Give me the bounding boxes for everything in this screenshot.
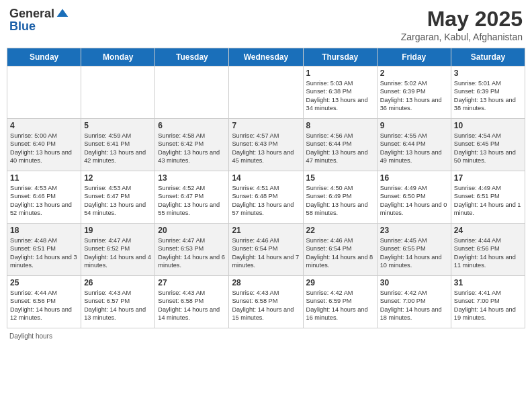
calendar-cell: 2 Sunrise: 5:02 AMSunset: 6:39 PMDayligh… [377, 66, 451, 119]
date-number: 25 [10, 278, 78, 287]
date-number: 13 [158, 173, 226, 183]
calendar-cell: 27 Sunrise: 4:43 AMSunset: 6:58 PMDaylig… [155, 276, 229, 328]
cell-info: Sunrise: 4:41 AMSunset: 7:00 PMDaylight:… [454, 289, 522, 322]
calendar-cell: 16 Sunrise: 4:49 AMSunset: 6:50 PMDaylig… [377, 171, 451, 224]
day-header-tuesday: Tuesday [155, 48, 229, 66]
cell-info: Sunrise: 4:42 AMSunset: 7:00 PMDaylight:… [380, 289, 448, 322]
calendar-cell: 15 Sunrise: 4:50 AMSunset: 6:49 PMDaylig… [303, 171, 377, 224]
cell-info: Sunrise: 4:58 AMSunset: 6:42 PMDaylight:… [158, 132, 226, 165]
cell-info: Sunrise: 4:49 AMSunset: 6:50 PMDaylight:… [380, 184, 448, 218]
calendar-cell: 28 Sunrise: 4:43 AMSunset: 6:58 PMDaylig… [229, 276, 303, 328]
calendar-cell: 24 Sunrise: 4:44 AMSunset: 6:56 PMDaylig… [451, 224, 525, 276]
cell-info: Sunrise: 4:47 AMSunset: 6:52 PMDaylight:… [84, 236, 152, 270]
date-number: 26 [84, 278, 152, 287]
date-number: 31 [454, 278, 522, 287]
date-number: 2 [380, 68, 448, 78]
day-header-monday: Monday [81, 48, 155, 66]
calendar-cell: 12 Sunrise: 4:53 AMSunset: 6:47 PMDaylig… [81, 171, 155, 224]
calendar-cell: 23 Sunrise: 4:45 AMSunset: 6:55 PMDaylig… [377, 224, 451, 276]
cell-info: Sunrise: 4:45 AMSunset: 6:55 PMDaylight:… [380, 236, 448, 270]
calendar-cell: 8 Sunrise: 4:56 AMSunset: 6:44 PMDayligh… [303, 119, 377, 171]
date-number: 21 [232, 226, 300, 235]
week-row-1: 1 Sunrise: 5:03 AMSunset: 6:38 PMDayligh… [7, 66, 525, 119]
cell-info: Sunrise: 5:01 AMSunset: 6:39 PMDaylight:… [454, 79, 522, 113]
page-header: General Blue May 2025 Zargaran, Kabul, A… [7, 7, 525, 42]
calendar-cell: 10 Sunrise: 4:54 AMSunset: 6:45 PMDaylig… [451, 119, 525, 171]
cell-info: Sunrise: 4:59 AMSunset: 6:41 PMDaylight:… [84, 132, 152, 165]
cell-info: Sunrise: 4:52 AMSunset: 6:47 PMDaylight:… [158, 184, 226, 218]
cell-info: Sunrise: 4:54 AMSunset: 6:45 PMDaylight:… [454, 132, 522, 165]
calendar-location: Zargaran, Kabul, Afghanistan [401, 32, 523, 42]
date-number: 30 [380, 278, 448, 287]
cell-info: Sunrise: 4:43 AMSunset: 6:57 PMDaylight:… [84, 289, 152, 322]
calendar-cell: 7 Sunrise: 4:57 AMSunset: 6:43 PMDayligh… [229, 119, 303, 171]
calendar-cell: 30 Sunrise: 4:42 AMSunset: 7:00 PMDaylig… [377, 276, 451, 328]
cell-info: Sunrise: 4:49 AMSunset: 6:51 PMDaylight:… [454, 184, 522, 218]
date-number: 27 [158, 278, 226, 287]
date-number: 4 [10, 121, 78, 130]
calendar-cell [155, 66, 229, 119]
date-number: 9 [380, 121, 448, 130]
day-header-row: SundayMondayTuesdayWednesdayThursdayFrid… [7, 48, 525, 66]
calendar-table: SundayMondayTuesdayWednesdayThursdayFrid… [7, 48, 525, 328]
date-number: 14 [232, 173, 300, 183]
calendar-cell: 25 Sunrise: 4:44 AMSunset: 6:56 PMDaylig… [7, 276, 81, 328]
date-number: 1 [306, 68, 374, 78]
week-row-4: 18 Sunrise: 4:48 AMSunset: 6:51 PMDaylig… [7, 224, 525, 276]
cell-info: Sunrise: 4:51 AMSunset: 6:48 PMDaylight:… [232, 184, 300, 218]
cell-info: Sunrise: 4:56 AMSunset: 6:44 PMDaylight:… [306, 132, 374, 165]
day-header-saturday: Saturday [451, 48, 525, 66]
svg-marker-0 [57, 9, 69, 17]
calendar-cell: 26 Sunrise: 4:43 AMSunset: 6:57 PMDaylig… [81, 276, 155, 328]
date-number: 23 [380, 226, 448, 235]
cell-info: Sunrise: 4:46 AMSunset: 6:54 PMDaylight:… [306, 236, 374, 270]
calendar-cell: 20 Sunrise: 4:47 AMSunset: 6:53 PMDaylig… [155, 224, 229, 276]
calendar-cell: 21 Sunrise: 4:46 AMSunset: 6:54 PMDaylig… [229, 224, 303, 276]
cell-info: Sunrise: 4:50 AMSunset: 6:49 PMDaylight:… [306, 184, 374, 218]
date-number: 24 [454, 226, 522, 235]
logo: General Blue [9, 7, 69, 33]
date-number: 12 [84, 173, 152, 183]
calendar-title: May 2025 [401, 7, 523, 32]
logo-icon [56, 7, 69, 20]
date-number: 20 [158, 226, 226, 235]
date-number: 19 [84, 226, 152, 235]
cell-info: Sunrise: 4:42 AMSunset: 6:59 PMDaylight:… [306, 289, 374, 322]
calendar-cell: 31 Sunrise: 4:41 AMSunset: 7:00 PMDaylig… [451, 276, 525, 328]
cell-info: Sunrise: 4:44 AMSunset: 6:56 PMDaylight:… [10, 289, 78, 322]
date-number: 18 [10, 226, 78, 235]
calendar-cell [7, 66, 81, 119]
cell-info: Sunrise: 4:53 AMSunset: 6:47 PMDaylight:… [84, 184, 152, 218]
cell-info: Sunrise: 4:53 AMSunset: 6:46 PMDaylight:… [10, 184, 78, 218]
date-number: 3 [454, 68, 522, 78]
cell-info: Sunrise: 4:48 AMSunset: 6:51 PMDaylight:… [10, 236, 78, 270]
date-number: 11 [10, 173, 78, 183]
week-row-5: 25 Sunrise: 4:44 AMSunset: 6:56 PMDaylig… [7, 276, 525, 328]
calendar-cell: 6 Sunrise: 4:58 AMSunset: 6:42 PMDayligh… [155, 119, 229, 171]
day-header-thursday: Thursday [303, 48, 377, 66]
date-number: 15 [306, 173, 374, 183]
calendar-cell: 18 Sunrise: 4:48 AMSunset: 6:51 PMDaylig… [7, 224, 81, 276]
date-number: 28 [232, 278, 300, 287]
calendar-cell: 17 Sunrise: 4:49 AMSunset: 6:51 PMDaylig… [451, 171, 525, 224]
week-row-3: 11 Sunrise: 4:53 AMSunset: 6:46 PMDaylig… [7, 171, 525, 224]
calendar-cell: 14 Sunrise: 4:51 AMSunset: 6:48 PMDaylig… [229, 171, 303, 224]
cell-info: Sunrise: 5:03 AMSunset: 6:38 PMDaylight:… [306, 79, 374, 113]
date-number: 29 [306, 278, 374, 287]
day-header-sunday: Sunday [7, 48, 81, 66]
cell-info: Sunrise: 4:55 AMSunset: 6:44 PMDaylight:… [380, 132, 448, 165]
date-number: 6 [158, 121, 226, 130]
date-number: 8 [306, 121, 374, 130]
cell-info: Sunrise: 4:44 AMSunset: 6:56 PMDaylight:… [454, 236, 522, 270]
date-number: 16 [380, 173, 448, 183]
calendar-cell: 29 Sunrise: 4:42 AMSunset: 6:59 PMDaylig… [303, 276, 377, 328]
date-number: 7 [232, 121, 300, 130]
title-block: May 2025 Zargaran, Kabul, Afghanistan [401, 7, 523, 42]
cell-info: Sunrise: 5:02 AMSunset: 6:39 PMDaylight:… [380, 79, 448, 113]
cell-info: Sunrise: 4:46 AMSunset: 6:54 PMDaylight:… [232, 236, 300, 270]
logo-blue: Blue [9, 19, 36, 33]
cell-info: Sunrise: 4:47 AMSunset: 6:53 PMDaylight:… [158, 236, 226, 270]
calendar-cell: 22 Sunrise: 4:46 AMSunset: 6:54 PMDaylig… [303, 224, 377, 276]
calendar-cell: 9 Sunrise: 4:55 AMSunset: 6:44 PMDayligh… [377, 119, 451, 171]
cell-info: Sunrise: 4:43 AMSunset: 6:58 PMDaylight:… [232, 289, 300, 322]
